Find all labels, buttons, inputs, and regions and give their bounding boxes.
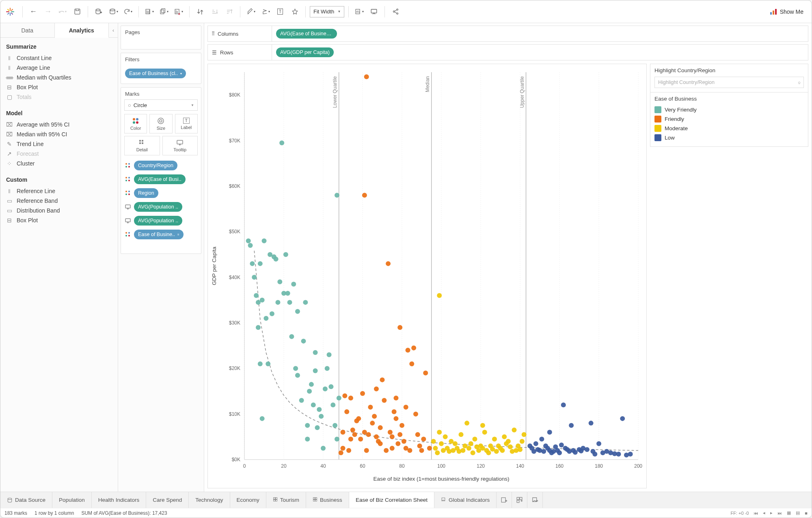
summarize-item[interactable]: ⦀Constant Line [6,53,112,63]
presentation-mode-button[interactable] [367,5,380,18]
custom-item[interactable]: ▭Distribution Band [6,206,112,215]
mark-pill[interactable]: Ease of Busine..≡ [134,230,184,239]
view-full-button[interactable]: ■ [805,511,808,516]
svg-point-267 [573,450,578,455]
legend-item[interactable]: Low [654,133,804,142]
analytics-item-label: Average with 95% CI [17,121,69,128]
share-button[interactable] [389,5,402,18]
marks-size-button[interactable]: Size [149,114,172,133]
show-cards-button[interactable]: ▾ [353,5,366,18]
sheet-tab[interactable]: Technology [189,492,230,508]
marks-color-button[interactable]: Color [124,114,147,133]
marks-label-button[interactable]: T Label [175,114,198,133]
summarize-item[interactable]: ᚔMedian with Quartiles [6,73,112,82]
analytics-item-icon: ▭ [6,208,13,213]
mark-pill[interactable]: AVG(Ease of Busi.. [134,174,186,184]
marks-tooltip-button[interactable]: Tooltip [162,136,198,155]
columns-pill[interactable]: AVG(Ease of Business) [276,29,337,39]
rows-shelf[interactable]: ☰Rows AVG(GDP per Capita) [207,44,808,60]
new-dashboard-tab-button[interactable] [512,492,527,508]
nav-next-button[interactable]: ▸ [770,510,773,516]
svg-point-261 [561,402,566,407]
sheet-tab[interactable]: Care Spend [146,492,189,508]
sheet-tab[interactable]: Ease of Biz Correlation Sheet [349,492,434,508]
new-worksheet-tab-button[interactable] [497,492,512,508]
model-item[interactable]: ↗Forecast [6,149,112,159]
svg-point-36 [128,177,130,178]
pin-axes-button[interactable] [288,5,301,18]
svg-text:Upper Quartile: Upper Quartile [519,76,525,108]
nav-last-button[interactable]: ⏭ [777,511,782,516]
sheet-tab[interactable]: Economy [230,492,266,508]
svg-point-179 [402,439,406,444]
sort-asc-button[interactable] [208,5,221,18]
legend-item[interactable]: Friendly [654,114,804,124]
analytics-item-label: Constant Line [17,55,52,61]
data-tab[interactable]: Data [0,23,55,37]
mark-pill[interactable]: Country/Region [134,161,177,170]
view-tile-button[interactable]: ▤ [796,510,800,516]
summarize-item[interactable]: ▢Totals [6,92,112,102]
summarize-item[interactable]: ⦀Average Line [6,63,112,73]
redo-button[interactable]: → [41,5,54,18]
mark-pill[interactable]: AVG(Population .. [134,202,182,212]
run-update-button[interactable]: ▾ [121,5,134,18]
custom-item[interactable]: ⊟Box Plot [6,215,112,225]
new-worksheet-button[interactable]: ▾ [143,5,156,18]
svg-text:40: 40 [320,463,326,469]
clear-sheet-button[interactable]: ▾ [172,5,185,18]
model-item[interactable]: ⌧Median with 95% CI [6,129,112,139]
revert-button[interactable]: ⤺▾ [56,5,69,18]
scatter-plot-viz[interactable]: $0K$10K$20K$30K$40K$50K$60K$70K$80K02040… [207,64,647,488]
sheet-tab[interactable]: Tourism [266,492,306,508]
show-me-button[interactable]: Show Me [767,7,807,17]
duplicate-sheet-button[interactable]: ▾ [158,5,171,18]
filter-pill[interactable]: Ease of Business (cl..▾ [125,69,186,78]
analytics-tab[interactable]: Analytics [55,23,109,38]
custom-item[interactable]: ▭Reference Band [6,196,112,206]
collapse-side-panel-button[interactable]: ‹ [109,23,118,37]
nav-prev-button[interactable]: ◂ [763,510,765,516]
save-button[interactable] [71,5,84,18]
svg-point-234 [506,439,511,444]
legend-label: Moderate [665,125,688,131]
summarize-item[interactable]: ⊟Box Plot [6,82,112,92]
pause-auto-updates-button[interactable]: ▾ [107,5,120,18]
legend-item[interactable]: Very Friendly [654,105,804,114]
rows-pill[interactable]: AVG(GDP per Capita) [276,47,334,57]
view-grid-button[interactable]: ▦ [787,510,791,516]
undo-button[interactable]: ← [27,5,40,18]
data-source-tab[interactable]: Data Source [0,492,52,508]
svg-point-95 [260,298,265,303]
new-data-source-button[interactable] [92,5,105,18]
model-item[interactable]: ✎Trend Line [6,139,112,149]
sheet-tab[interactable]: Health Indicators [92,492,146,508]
new-story-tab-button[interactable] [527,492,543,508]
model-item[interactable]: ⌧Average with 95% CI [6,120,112,129]
mark-type-dropdown[interactable]: Circle [124,99,198,111]
model-item[interactable]: ⁘Cluster [6,159,112,168]
totals-group-button[interactable]: ▾ [259,5,272,18]
legend-item[interactable]: Moderate [654,124,804,133]
custom-item[interactable]: ⦀Reference Line [6,186,112,196]
mark-pill[interactable]: Region [134,188,158,198]
fit-dropdown[interactable]: Fit Width [310,6,344,17]
nav-first-button[interactable]: ⏮ [754,511,758,516]
svg-point-115 [295,309,300,314]
svg-text:Median: Median [425,76,430,92]
sheet-tab[interactable]: Population [52,492,92,508]
highlight-button[interactable]: ▾ [244,5,257,18]
svg-rect-14 [175,9,179,14]
swap-rows-columns-button[interactable] [194,5,207,18]
svg-point-194 [431,439,436,444]
svg-point-161 [374,434,379,439]
highlight-search-input[interactable]: Highlight Country/Region [654,77,804,88]
sort-desc-button[interactable] [223,5,236,18]
mark-pill[interactable]: AVG(Population .. [134,216,182,226]
svg-point-143 [344,409,349,414]
columns-shelf[interactable]: ⦙⦙⦙Columns AVG(Ease of Business) [207,26,808,42]
show-mark-labels-button[interactable]: T [274,5,287,18]
sheet-tab[interactable]: Business [306,492,349,508]
marks-detail-button[interactable]: Detail [124,136,160,155]
sheet-tab[interactable]: Global Indicators [434,492,497,508]
